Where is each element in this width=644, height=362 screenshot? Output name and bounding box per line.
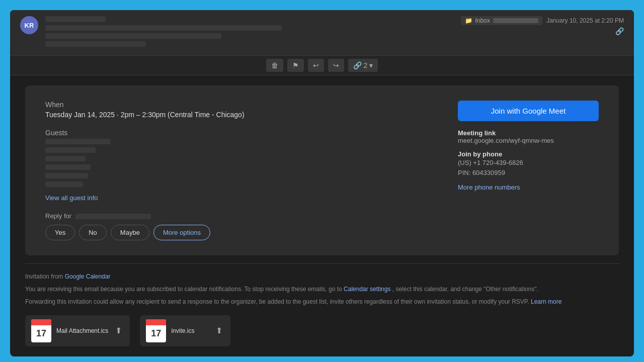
inbox-label: Inbox xyxy=(475,17,490,24)
forwarding-notice-text: Forwarding this invitation could allow a… xyxy=(25,298,529,305)
links-count: 2 xyxy=(364,61,368,69)
guests-section: Guests View all guest info xyxy=(45,129,438,202)
footer-notice: You are receiving this email because you… xyxy=(25,285,619,294)
invite-card: When Tuesday Jan 14, 2025 · 2pm – 2:30pm… xyxy=(25,85,619,255)
email-date: January 10, 2025 at 2:20 PM xyxy=(546,17,624,24)
reply-user-blur xyxy=(75,214,151,219)
guest-item xyxy=(45,173,88,178)
email-subject-line2 xyxy=(45,33,221,39)
guest-item xyxy=(45,156,86,161)
email-meta-right: 📁 Inbox January 10, 2025 at 2:20 PM 🔗 xyxy=(461,16,624,35)
attachment-icon-2: 17 xyxy=(146,319,166,342)
attachment-download-1[interactable]: ⬆ xyxy=(113,324,124,337)
guests-list xyxy=(45,139,438,187)
reply-button[interactable]: ↩ xyxy=(308,59,324,72)
email-window: KR 📁 Inbox January 10, 2025 at 2:20 PM 🔗… xyxy=(10,10,634,356)
when-label: When xyxy=(45,101,438,109)
phone-number: (US) +1 720-439-6826 xyxy=(458,158,599,168)
attachments: 17 Mail Attachment.ics ⬆ 17 invite.ics ⬆ xyxy=(25,315,619,346)
cal-day-2: 17 xyxy=(146,325,166,342)
inbox-folder-icon: 📁 xyxy=(465,17,472,24)
meeting-link-label: Meeting link xyxy=(458,129,599,137)
email-header: KR 📁 Inbox January 10, 2025 at 2:20 PM 🔗 xyxy=(10,10,634,56)
email-header-content xyxy=(45,16,454,49)
cal-top-2 xyxy=(146,319,166,325)
learn-more-link[interactable]: Learn more xyxy=(531,298,561,305)
maybe-button[interactable]: Maybe xyxy=(111,225,149,240)
footer-notice-text: You are receiving this email because you… xyxy=(25,286,342,293)
google-calendar-link[interactable]: Google Calendar xyxy=(65,273,111,280)
join-google-meet-button[interactable]: Join with Google Meet xyxy=(458,101,599,121)
guest-item xyxy=(45,139,111,144)
meeting-link-section: Meeting link meet.google.com/wyf-qmnw-me… xyxy=(458,129,599,144)
attachment-link-icon: 🔗 xyxy=(615,27,624,35)
yes-button[interactable]: Yes xyxy=(45,225,75,240)
divider xyxy=(25,263,619,264)
attachment-download-2[interactable]: ⬆ xyxy=(214,324,224,337)
more-options-button[interactable]: More options xyxy=(153,225,210,240)
reply-for: for xyxy=(64,212,71,220)
email-meta-top: 📁 Inbox January 10, 2025 at 2:20 PM xyxy=(461,16,624,25)
calendar-settings-link[interactable]: Calendar settings xyxy=(344,286,390,293)
footer-notice-text2: , select this calendar, and change "Othe… xyxy=(392,286,538,293)
invite-right: Join with Google Meet Meeting link meet.… xyxy=(458,101,599,240)
email-subject-line3 xyxy=(45,41,146,47)
when-section: When Tuesday Jan 14, 2025 · 2pm – 2:30pm… xyxy=(45,101,438,119)
meeting-link-value: meet.google.com/wyf-qmnw-mes xyxy=(458,137,599,144)
spam-button[interactable]: ⚑ xyxy=(287,59,304,72)
sender-name xyxy=(45,16,106,22)
cal-day-1: 17 xyxy=(31,325,51,342)
invite-left: When Tuesday Jan 14, 2025 · 2pm – 2:30pm… xyxy=(45,101,438,240)
link-icon: 🔗 xyxy=(353,61,362,69)
guest-item xyxy=(45,182,83,187)
more-phone-numbers-link[interactable]: More phone numbers xyxy=(458,184,599,191)
invitation-from-text: Invitation from xyxy=(25,273,63,280)
inbox-email-blur xyxy=(493,18,538,23)
meeting-info-section: Meeting link meet.google.com/wyf-qmnw-me… xyxy=(458,129,599,191)
email-subject-line1 xyxy=(45,25,282,31)
join-by-phone-section: Join by phone (US) +1 720-439-6826 PIN: … xyxy=(458,150,599,177)
pin-value: PIN: 604330959 xyxy=(458,168,599,178)
inbox-badge: 📁 Inbox xyxy=(461,16,542,25)
no-button[interactable]: No xyxy=(79,225,107,240)
guests-label: Guests xyxy=(45,129,438,137)
toolbar: 🗑 ⚑ ↩ ↪ 🔗 2 ▾ xyxy=(10,56,634,75)
links-more-icon: ▾ xyxy=(369,61,373,69)
avatar: KR xyxy=(20,16,38,34)
reply-text: Reply xyxy=(45,212,62,220)
attachment-item-2: 17 invite.ics ⬆ xyxy=(140,315,230,346)
reply-section: Reply for Yes No Maybe More options xyxy=(45,212,438,240)
footer-forwarding: Forwarding this invitation could allow a… xyxy=(25,297,619,307)
reply-buttons: Yes No Maybe More options xyxy=(45,225,438,240)
attachment-item-1: 17 Mail Attachment.ics ⬆ xyxy=(25,315,130,346)
guest-item xyxy=(45,164,91,170)
guest-item xyxy=(45,147,96,153)
when-value: Tuesday Jan 14, 2025 · 2pm – 2:30pm (Cen… xyxy=(45,111,438,119)
attachment-name-1: Mail Attachment.ics xyxy=(56,327,108,334)
email-body: When Tuesday Jan 14, 2025 · 2pm – 2:30pm… xyxy=(10,75,634,356)
footer-invitation: Invitation from Google Calendar xyxy=(25,272,619,282)
attachment-icon-1: 17 xyxy=(31,319,51,342)
delete-button[interactable]: 🗑 xyxy=(266,59,283,72)
view-all-guest-info-link[interactable]: View all guest info xyxy=(45,194,98,202)
cal-top-1 xyxy=(31,319,51,325)
links-button[interactable]: 🔗 2 ▾ xyxy=(348,59,378,72)
reply-label: Reply for xyxy=(45,212,438,220)
join-by-phone-label: Join by phone xyxy=(458,150,599,158)
attachment-name-2: invite.ics xyxy=(171,327,194,334)
forward-button[interactable]: ↪ xyxy=(328,59,344,72)
